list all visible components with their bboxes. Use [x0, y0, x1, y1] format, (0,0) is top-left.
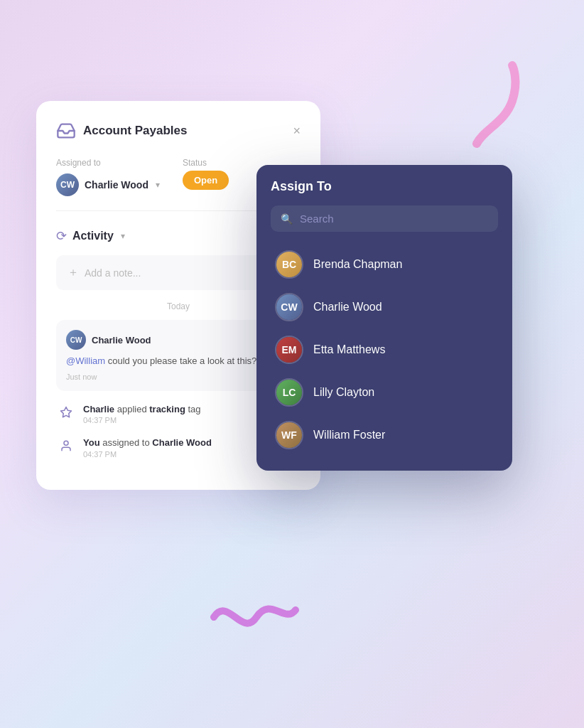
svg-marker-0: [61, 407, 72, 417]
assigned-user-name: Charlie Wood: [85, 179, 148, 191]
inbox-icon: [56, 121, 76, 141]
assigned-user[interactable]: CW Charlie Wood ▾: [56, 173, 160, 196]
lilly-avatar: LC: [275, 378, 303, 407]
list-item-etta[interactable]: EM Etta Matthews: [271, 328, 498, 371]
activity-time-1: 04:37 PM: [83, 450, 212, 459]
card-title: Account Payables: [83, 124, 187, 138]
dropdown-title: Assign To: [271, 179, 498, 194]
card-title-group: Account Payables: [56, 121, 187, 141]
search-icon: 🔍: [281, 213, 293, 225]
lilly-name: Lilly Clayton: [313, 386, 374, 399]
assigned-to-block: Assigned to CW Charlie Wood ▾: [56, 158, 160, 196]
deco-wave: [207, 589, 299, 648]
william-name: William Foster: [313, 429, 385, 441]
add-note-label: Add a note...: [85, 267, 141, 279]
assigned-to-label: Assigned to: [56, 158, 160, 168]
status-badge: Open: [183, 171, 229, 190]
plus-icon: ＋: [67, 265, 79, 280]
etta-avatar: EM: [275, 336, 303, 364]
brenda-avatar: BC: [275, 250, 303, 279]
list-item-william[interactable]: WF William Foster: [271, 414, 498, 456]
status-block: Status Open: [183, 158, 229, 196]
charlie-list-avatar: CW: [275, 293, 303, 321]
activity-title: Activity: [72, 230, 114, 242]
svg-point-1: [64, 441, 68, 445]
list-item-charlie[interactable]: CW Charlie Wood: [271, 286, 498, 328]
activity-text-0: Charlie applied tracking tag 04:37 PM: [83, 402, 201, 425]
chevron-down-icon: ▾: [156, 180, 160, 190]
list-item-brenda[interactable]: BC Brenda Chapman: [271, 243, 498, 286]
brenda-name: Brenda Chapman: [313, 258, 402, 271]
card-header: Account Payables ×: [56, 121, 301, 141]
person-icon: [56, 436, 76, 456]
deco-hook: [463, 58, 526, 154]
activity-user-1: You: [83, 437, 100, 448]
charlie-avatar: CW: [56, 173, 79, 196]
activity-user-0: Charlie: [83, 404, 114, 414]
tag-icon: [56, 402, 76, 422]
comment-user: Charlie Wood: [92, 335, 151, 346]
activity-bold-1: Charlie Wood: [152, 437, 212, 448]
search-input[interactable]: [300, 213, 488, 225]
comment-avatar: CW: [66, 330, 86, 350]
assign-dropdown: Assign To 🔍 BC Brenda Chapman CW Charlie…: [256, 165, 512, 471]
main-container: Account Payables × Assigned to CW Charli…: [36, 58, 548, 670]
list-item-lilly[interactable]: LC Lilly Clayton: [271, 371, 498, 414]
mention: @William: [66, 355, 105, 366]
status-label: Status: [183, 158, 229, 168]
charlie-list-name: Charlie Wood: [313, 301, 382, 314]
activity-bold-0: tracking: [149, 404, 185, 414]
search-box: 🔍: [271, 205, 498, 232]
close-button[interactable]: ×: [293, 124, 301, 137]
etta-name: Etta Matthews: [313, 343, 385, 356]
activity-text-1: You assigned to Charlie Wood 04:37 PM: [83, 436, 212, 459]
activity-time-0: 04:37 PM: [83, 416, 201, 424]
comment-body: could you please take a look at this?": [105, 355, 260, 366]
william-avatar: WF: [275, 421, 303, 449]
activity-chevron-icon: ▾: [121, 231, 125, 241]
activity-icon: ⟳: [56, 228, 67, 244]
